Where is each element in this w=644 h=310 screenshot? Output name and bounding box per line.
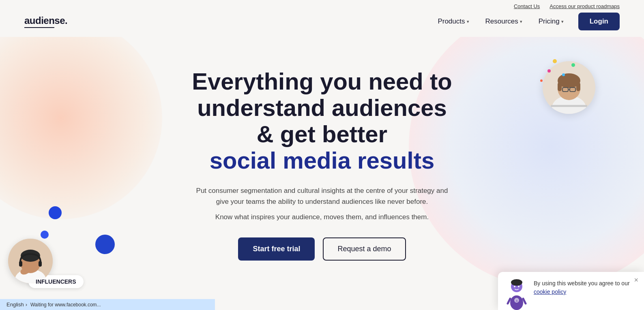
hero-subtitle: Put consumer segmentation and cultural i… (192, 185, 452, 207)
blue-dot-large (49, 206, 62, 219)
request-demo-button[interactable]: Request a demo (323, 237, 406, 261)
svg-point-19 (514, 286, 515, 287)
cookie-text-content: By using this website you agree to our c… (534, 279, 636, 296)
top-utility-bar: Contact Us Access our product roadmaps (0, 0, 644, 13)
nav-pricing[interactable]: Pricing ▾ (532, 14, 570, 29)
svg-point-18 (511, 279, 522, 286)
blue-dot-small (41, 231, 49, 239)
chevron-down-icon: ▾ (520, 19, 522, 24)
chevron-right-icon: › (26, 301, 27, 308)
product-roadmaps-link[interactable]: Access our product roadmaps (550, 3, 620, 9)
svg-line-25 (523, 299, 526, 304)
person-illustration-right (543, 61, 595, 114)
nav-links: Products ▾ Resources ▾ Pricing ▾ Login (431, 13, 620, 30)
language-selector[interactable]: English › (6, 301, 27, 308)
cookie-banner: A By using this website you agree to our… (498, 272, 644, 310)
confetti-dot-green (571, 63, 575, 67)
cookie-close-button[interactable]: × (634, 276, 638, 284)
loading-status: Waiting for www.facebook.com... (30, 302, 101, 308)
main-navbar: audiense. Products ▾ Resources ▾ Pricing… (0, 13, 644, 37)
nav-resources[interactable]: Resources ▾ (479, 14, 529, 29)
confetti-dot-yellow (553, 59, 557, 63)
nav-products[interactable]: Products ▾ (431, 14, 475, 29)
svg-rect-5 (576, 82, 580, 91)
hero-content: Everything you need to understand audien… (192, 68, 452, 260)
blue-dot-xlarge (95, 235, 115, 254)
svg-point-20 (518, 286, 519, 287)
start-free-trial-button[interactable]: Start free trial (238, 237, 315, 261)
person-circle-right (543, 61, 595, 114)
chevron-down-icon: ▾ (467, 19, 469, 24)
contact-us-link[interactable]: Contact Us (514, 3, 540, 9)
browser-status-bar: English › Waiting for www.facebook.com..… (0, 299, 215, 310)
svg-rect-15 (39, 261, 42, 267)
cookie-illustration: A (504, 279, 529, 304)
hero-subtitle2: Know what inspires your audience, moves … (192, 213, 452, 221)
svg-rect-9 (551, 105, 587, 107)
cookie-policy-link[interactable]: cookie policy (534, 289, 566, 295)
svg-line-24 (508, 299, 510, 304)
svg-rect-14 (19, 261, 22, 267)
login-button[interactable]: Login (578, 13, 620, 30)
confetti-dot-pink (547, 69, 551, 73)
bottom-left-decoration: INFLUENCERS (8, 239, 84, 288)
person-illustration-left (8, 239, 53, 283)
hero-title: Everything you need to understand audien… (192, 68, 452, 174)
hero-cta-buttons: Start free trial Request a demo (192, 237, 452, 261)
confetti-dot-blue (562, 73, 565, 76)
chevron-down-icon: ▾ (561, 19, 564, 24)
hero-section: Everything you need to understand audien… (0, 37, 644, 300)
logo[interactable]: audiense. (24, 15, 67, 28)
confetti-dot-orange (540, 79, 543, 82)
person-circle-left (8, 239, 53, 283)
svg-rect-4 (558, 82, 562, 91)
svg-text:A: A (516, 299, 518, 302)
